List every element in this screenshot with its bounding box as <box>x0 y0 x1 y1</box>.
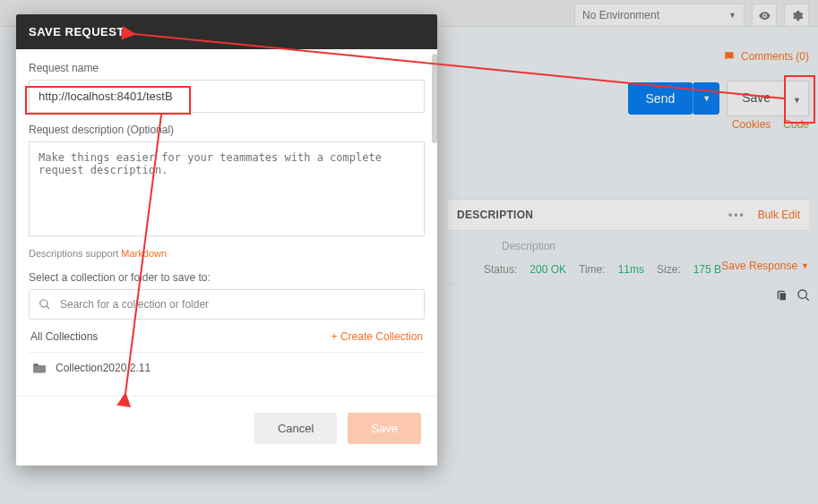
request-name-input[interactable] <box>29 80 425 113</box>
markdown-note: Descriptions support Markdown <box>29 248 425 259</box>
save-request-dialog: SAVE REQUEST Request name Request descri… <box>16 14 437 466</box>
folder-icon <box>32 362 47 374</box>
request-description-label: Request description (Optional) <box>29 124 425 136</box>
request-name-label: Request name <box>29 62 425 74</box>
all-collections-breadcrumb[interactable]: All Collections <box>30 330 98 343</box>
dialog-title: SAVE REQUEST <box>16 14 437 49</box>
collection-item-label: Collection2020.2.11 <box>56 362 151 374</box>
save-request-button[interactable]: Save <box>348 413 421 444</box>
request-description-textarea[interactable] <box>29 141 425 236</box>
scrollbar-thumb[interactable] <box>432 54 437 143</box>
cancel-button[interactable]: Cancel <box>254 413 337 444</box>
markdown-note-text: Descriptions support <box>29 248 121 259</box>
search-icon <box>39 298 51 311</box>
collection-search-placeholder: Search for a collection or folder <box>60 298 209 311</box>
create-collection-link[interactable]: + Create Collection <box>332 330 423 343</box>
collection-item[interactable]: Collection2020.2.11 <box>29 352 425 383</box>
select-collection-label: Select a collection or folder to save to… <box>29 271 425 284</box>
markdown-link[interactable]: Markdown <box>121 248 167 259</box>
collection-search-input[interactable]: Search for a collection or folder <box>29 289 425 320</box>
